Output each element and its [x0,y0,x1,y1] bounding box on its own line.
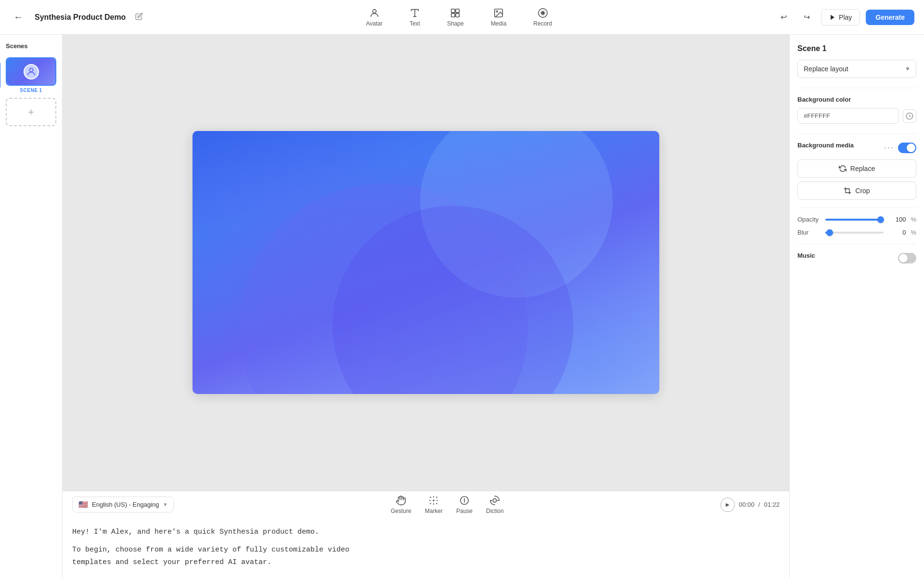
language-selector[interactable]: 🇺🇸 English (US) - Engaging ▼ [72,497,174,512]
svg-line-17 [430,497,431,497]
pause-button[interactable]: Pause [456,495,473,514]
color-picker-icon[interactable] [903,109,916,123]
svg-point-11 [541,12,544,14]
replace-media-button[interactable]: Replace [797,159,916,178]
blur-slider[interactable] [825,232,884,234]
script-line-1: Hey! I'm Alex, and here's a quick Synthe… [72,526,448,539]
project-title: Synthesia Product Demo [35,13,126,22]
music-toggle[interactable] [898,253,916,263]
language-flag: 🇺🇸 [78,500,88,509]
main-layout: Scenes SCENE 1 + [0,35,924,578]
replace-layout-wrapper: Replace layout ▼ [797,60,916,78]
replace-layout-select[interactable]: Replace layout [797,60,916,78]
bg-media-header: Background media ··· [797,142,916,154]
svg-rect-4 [456,9,459,12]
svg-line-22 [436,497,437,497]
color-value-display[interactable]: #FFFFFF [797,108,899,124]
divider-1 [797,88,916,88]
music-row: Music [797,252,916,264]
toolbar-right: ↩ ↪ Play Generate [775,9,914,26]
svg-point-0 [372,9,376,13]
script-line-2: To begin, choose from a wide variety of … [72,544,448,556]
scene-1-title: Scene 1 [797,44,916,53]
svg-line-21 [430,503,431,503]
music-toggle-knob [899,254,908,263]
svg-point-13 [29,68,33,71]
svg-line-18 [436,503,437,503]
canvas-wrapper [63,35,789,491]
gesture-button[interactable]: Gesture [391,495,411,514]
edit-title-icon[interactable] [135,13,143,22]
blur-value: 0 [888,229,906,236]
play-button[interactable]: Play [821,9,860,26]
time-total: 01:22 [764,501,780,508]
bg-color-label: Background color [797,96,916,103]
scenes-label: Scenes [6,42,56,50]
chevron-down-icon: ▼ [163,502,167,507]
avatar-tool[interactable]: Avatar [362,6,386,29]
play-preview-button[interactable]: ▶ [720,498,735,512]
scene-thumbnail-1[interactable] [6,57,56,86]
divider-3 [797,208,916,208]
more-options-icon[interactable]: ··· [884,143,894,153]
divider-4 [797,244,916,244]
diction-button[interactable]: Diction [486,495,504,514]
right-panel: Scene 1 Replace layout ▼ Background colo… [789,35,924,578]
bg-color-row: #FFFFFF [797,108,916,124]
marker-button[interactable]: Marker [425,495,443,514]
text-tool[interactable]: Text [406,6,424,29]
blur-unit: % [911,229,916,236]
bg-media-actions: ··· [884,143,916,153]
media-controls: Gesture [391,495,504,514]
svg-rect-6 [456,13,459,16]
active-scene-indicator [0,63,0,88]
canvas-background [192,131,659,394]
divider-2 [797,133,916,134]
blur-row: Blur 0 % [797,229,916,236]
opacity-value: 100 [888,216,906,223]
generate-button[interactable]: Generate [866,10,914,25]
svg-point-25 [493,499,497,502]
svg-point-8 [496,11,498,12]
time-current: 00:00 [739,501,755,508]
scenes-sidebar: Scenes SCENE 1 + [0,35,63,578]
time-separator: / [758,501,760,508]
opacity-label: Opacity [797,216,821,223]
opacity-slider[interactable] [825,219,884,221]
opacity-unit: % [911,216,916,223]
toggle-knob [907,144,915,152]
script-spacer [72,538,448,544]
crop-media-button[interactable]: Crop [797,182,916,200]
scene-1-label: SCENE 1 [6,88,56,93]
media-tool[interactable]: Media [487,6,511,29]
opacity-row: Opacity 100 % [797,216,916,223]
shape-tool[interactable]: Shape [443,6,468,29]
svg-point-14 [433,500,434,501]
bottom-controls: 🇺🇸 English (US) - Engaging ▼ Gesture [72,491,780,518]
script-line-3: templates and select your preferred AI a… [72,556,448,569]
toolbar-tools: Avatar Text Shape [151,6,767,29]
bottom-panel: 🇺🇸 English (US) - Engaging ▼ Gesture [63,491,789,578]
undo-button[interactable]: ↩ [775,9,792,26]
canvas[interactable] [192,131,659,394]
svg-marker-12 [831,14,834,20]
redo-button[interactable]: ↪ [798,9,815,26]
record-tool[interactable]: Record [529,6,556,29]
bg-media-label: Background media [797,142,854,149]
music-label: Music [797,252,815,259]
canvas-area: 🇺🇸 English (US) - Engaging ▼ Gesture [63,35,789,578]
blur-label: Blur [797,229,821,236]
toolbar: ← Synthesia Product Demo Avatar Text [0,0,924,35]
time-display: ▶ 00:00 / 01:22 [720,498,780,512]
add-scene-button[interactable]: + [6,98,56,126]
bg-media-toggle[interactable] [898,143,916,153]
svg-rect-5 [451,13,455,16]
back-button[interactable]: ← [10,9,27,26]
language-label: English (US) - Engaging [92,501,159,508]
script-area[interactable]: Hey! I'm Alex, and here's a quick Synthe… [72,518,448,578]
scene-avatar-icon [24,64,39,79]
svg-rect-3 [451,9,455,12]
